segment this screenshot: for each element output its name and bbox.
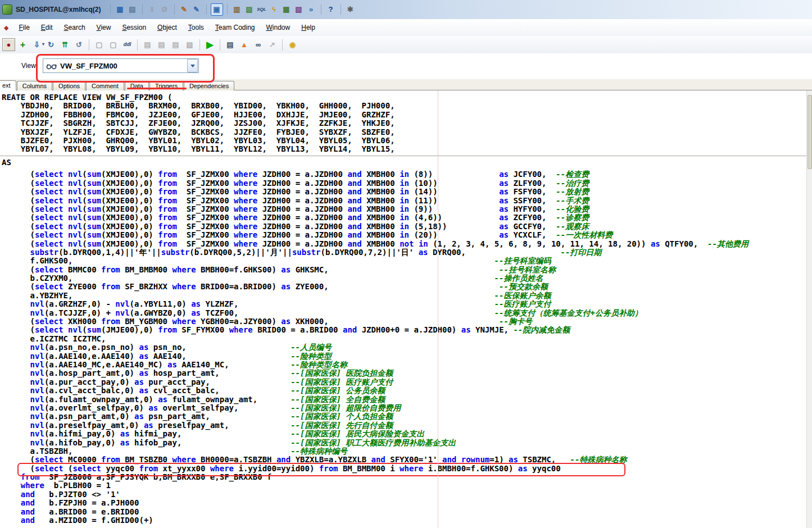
tab-options[interactable]: Options	[53, 81, 85, 90]
ddl-header-pane[interactable]: REATE OR REPLACE VIEW VW_SF_FPZM00 ( YBD…	[0, 90, 812, 156]
right-margin-guide	[438, 157, 438, 528]
code-line: nvl(a.cvl_acct_balc,0) as cvl_acct_balc,…	[2, 386, 812, 395]
code-line: e.ICZTMC ICZTMC,	[2, 335, 812, 343]
code-line: nvl(a.AAE140,e.AAE140) as AAE140, --险种类型	[2, 352, 812, 361]
toolbar-separator	[89, 39, 89, 51]
toolbar-separator	[282, 39, 283, 51]
toad-window: SD_HOSPITAL@xmlhcq(2) ▦▤‖Ø✎✎▣▥▨SQLϟ▦▧»?✱…	[0, 0, 812, 528]
wizard-icon[interactable]: »	[306, 4, 317, 15]
code-line: nvl(a.hosp_part_amt,0) as hosp_part_amt,…	[2, 369, 812, 377]
export-icon[interactable]: ▤	[169, 38, 182, 51]
editor-icon[interactable]: ▨	[244, 4, 255, 15]
code-line: (select nvl(sum(XMJE00),0) from SF_JZMX0…	[2, 170, 812, 179]
menu-item-help[interactable]: Help	[296, 20, 321, 35]
open-file-icon[interactable]: ▦	[115, 4, 126, 15]
describe-icon[interactable]: ▤	[224, 38, 237, 51]
code-line: nvl(a.psn_no,e.psn_no) as psn_no, --人员编号	[2, 343, 812, 352]
copy-icon[interactable]: ▤	[141, 38, 154, 51]
menu-item-search[interactable]: Search	[58, 20, 91, 35]
menu-item-object[interactable]: Object	[152, 20, 183, 35]
menu-item-edit[interactable]: Edit	[35, 20, 58, 35]
hint-icon[interactable]: ◉	[286, 38, 299, 51]
sql-editor[interactable]: AS (select nvl(sum(XMJE00),0) from SF_JZ…	[0, 157, 812, 528]
tab-ext[interactable]: ext	[0, 80, 16, 90]
tab-columns[interactable]: Columns	[17, 81, 52, 90]
execute-icon[interactable]: ▶	[203, 38, 216, 51]
tab-comment[interactable]: Comment	[86, 81, 124, 90]
revert-icon[interactable]: ↺	[72, 38, 85, 51]
menu-item-window[interactable]: Window	[261, 20, 296, 35]
print-icon[interactable]: ▤	[127, 4, 138, 15]
titlebar-separator	[206, 4, 207, 15]
code-line: nvl(a.psn_part_amt,0) as psn_part_amt, -…	[2, 412, 812, 421]
tab-data[interactable]: Data	[125, 81, 149, 90]
toolbar-separator	[137, 39, 138, 51]
combobox-dropdown-button[interactable]	[187, 59, 198, 72]
code-line: (select nvl(sum(XMJE00),0) from SF_JZMX0…	[2, 197, 812, 205]
toolbar-separator	[199, 39, 200, 51]
view-label: View	[21, 62, 36, 70]
titlebar: SD_HOSPITAL@xmlhcq(2) ▦▤‖Ø✎✎▣▥▨SQLϟ▦▧»?✱	[0, 0, 812, 20]
menu-item-view[interactable]: View	[91, 20, 117, 35]
options-icon[interactable]: ✱	[345, 4, 356, 15]
ddl-column-line: YBXJZF, YLZFJE, CFDXJE, GWYBZ0, BCKBCS, …	[2, 128, 812, 136]
stop-icon[interactable]: Ø	[159, 4, 170, 15]
vertical-scrollbar[interactable]	[806, 90, 812, 528]
right-margin-guide	[438, 90, 438, 156]
duplicate-icon[interactable]: ▤	[155, 38, 168, 51]
grid-icon[interactable]: ▦	[281, 4, 292, 15]
help-icon[interactable]: ?	[325, 4, 337, 15]
toolbar-separator	[220, 39, 220, 51]
recall-sql-icon[interactable]: ✎	[191, 4, 202, 15]
analyze-icon[interactable]: ▲	[238, 38, 251, 51]
window-title: SD_HOSPITAL@xmlhcq(2)	[16, 6, 101, 13]
menu-item-session[interactable]: Session	[116, 20, 152, 35]
code-line: (select nvl(sum(XMJE00),0) from SF_JZMX0…	[2, 222, 812, 231]
code-line: (select nvl(sum(XMJE00),0) from SF_JZMX0…	[2, 213, 812, 222]
pause-icon[interactable]: ‖	[147, 4, 158, 15]
menu-items: FileEditSearchViewSessionObjectToolsTeam…	[13, 20, 320, 35]
code-line: (select nvl(sum(JMJE00),0) from SF_FYMX0…	[2, 326, 812, 334]
view-combobox[interactable]: VW_SF_FPZM00	[43, 58, 199, 73]
titlebar-separator	[174, 4, 175, 15]
cancel-icon[interactable]: ●	[2, 38, 15, 51]
compare-icon[interactable]: ▧	[183, 38, 196, 51]
titlebar-separator	[227, 4, 228, 15]
ddl-icon[interactable]: ddl	[121, 38, 134, 51]
goto-icon[interactable]: ↗	[266, 38, 279, 51]
menu-item-tools[interactable]: Tools	[183, 20, 210, 35]
new-window-icon[interactable]: ▢	[93, 38, 106, 51]
tab-triggers[interactable]: Triggers	[149, 81, 183, 90]
code-line: a.TSBZBH, --特殊病种编号	[2, 447, 812, 456]
refresh-icon[interactable]: ↻	[44, 38, 57, 51]
menu-item-team-coding[interactable]: Team Coding	[210, 20, 261, 35]
scrollbar-thumb[interactable]	[808, 95, 812, 169]
image-icon[interactable]: ▣	[211, 3, 223, 16]
schema-browser-icon[interactable]: ▥	[232, 4, 243, 15]
code-line: nvl(a.hifob_pay,0) as hifob_pay, --[国家医保…	[2, 439, 812, 447]
report-icon[interactable]: ▧	[293, 4, 305, 15]
titlebar-separator	[142, 4, 143, 15]
titlebar-separator	[321, 4, 321, 15]
titlebar-toolbar: ▦▤‖Ø✎✎▣▥▨SQLϟ▦▧»?✱	[107, 3, 357, 16]
menu-item-file[interactable]: File	[13, 20, 35, 35]
ddl-column-line: JZDH00, FBBH00, FBMC00, JZJE00, GFJE00, …	[2, 111, 812, 119]
code-line: nvl(a.preselfpay_amt,0) as preselfpay_am…	[2, 421, 812, 430]
drop-object-icon[interactable]: ▢	[107, 38, 120, 51]
find-icon[interactable]: ∞	[252, 38, 265, 51]
edit-sql-icon[interactable]: ✎	[179, 4, 190, 15]
apply-changes-icon[interactable]: ⇈	[58, 38, 71, 51]
session-icon[interactable]: ϟ	[269, 4, 280, 15]
tab-dependencies[interactable]: Dependencies	[184, 81, 234, 90]
chevron-down-icon	[190, 65, 195, 70]
load-icon[interactable]: ⇩▾	[30, 38, 43, 51]
code-line: nvl(a.hifmi_pay,0) as hifmi_pay, --[国家医保…	[2, 430, 812, 438]
sql-icon[interactable]: SQL	[256, 4, 267, 15]
code-line: nvl(a.GRZHZF,0) - nvl(a.YBYL11,0) as YLZ…	[2, 300, 812, 308]
ddl-column-list: YBDJH0, BRID00, BRBLH0, BRXM00, BRXB00, …	[2, 102, 812, 153]
code-line: where b.PLBH00 = 1	[2, 481, 812, 490]
code-line: (select XKH000 from BM_YGBM00 where YGBH…	[2, 317, 812, 326]
code-line: substr(b.DYRQ00,1,4)||'年'||substr(b.DYRQ…	[2, 248, 812, 257]
add-icon[interactable]: +	[16, 38, 29, 51]
code-line: (select ZYE000 from SF_BRZHXX where BRID…	[2, 283, 812, 291]
